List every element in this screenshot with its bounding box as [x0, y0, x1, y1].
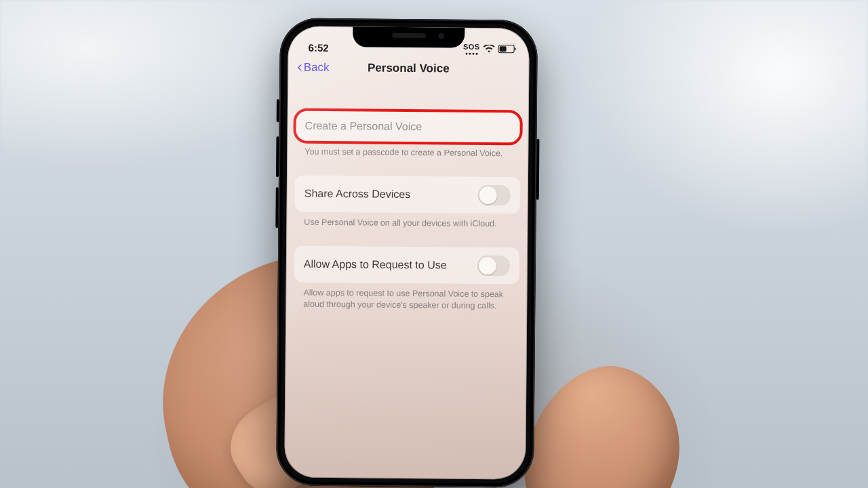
- share-toggle[interactable]: [478, 185, 511, 205]
- create-label: Create a Personal Voice: [305, 120, 422, 134]
- group-create: Create a Personal Voice You must set a p…: [295, 110, 521, 160]
- iphone-frame: 6:52 SOS ‹ Back Personal V: [276, 18, 538, 487]
- share-across-devices-row[interactable]: Share Across Devices: [295, 175, 520, 214]
- status-time: 6:52: [309, 42, 329, 54]
- chevron-left-icon: ‹: [297, 60, 302, 75]
- wifi-icon: [484, 45, 495, 53]
- group-share: Share Across Devices Use Personal Voice …: [294, 175, 520, 230]
- allow-apps-row[interactable]: Allow Apps to Request to Use: [294, 245, 519, 284]
- create-personal-voice-row[interactable]: Create a Personal Voice: [295, 110, 520, 144]
- settings-content: Create a Personal Voice You must set a p…: [285, 81, 529, 312]
- notch: [353, 26, 465, 47]
- navigation-bar: ‹ Back Personal Voice: [288, 53, 529, 83]
- back-label: Back: [304, 61, 330, 75]
- iphone-screen: 6:52 SOS ‹ Back Personal V: [284, 26, 530, 479]
- group-allow: Allow Apps to Request to Use Allow apps …: [294, 245, 519, 312]
- allow-label: Allow Apps to Request to Use: [304, 258, 447, 271]
- back-button[interactable]: ‹ Back: [293, 58, 333, 78]
- battery-icon: [498, 45, 515, 53]
- allow-toggle[interactable]: [477, 256, 510, 276]
- share-label: Share Across Devices: [304, 188, 411, 201]
- create-footer: You must set a passcode to create a Pers…: [295, 142, 520, 160]
- cellular-dots-icon: [465, 53, 477, 55]
- status-sos: SOS: [463, 43, 480, 51]
- share-footer: Use Personal Voice on all your devices w…: [294, 211, 519, 230]
- allow-footer: Allow apps to request to use Personal Vo…: [294, 282, 519, 312]
